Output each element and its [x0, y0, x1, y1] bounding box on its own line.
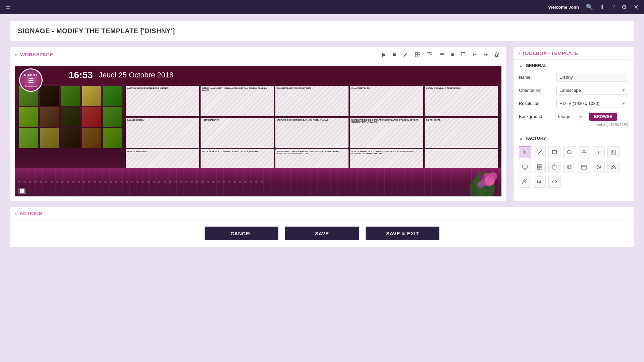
browse-button[interactable]: BROWSE [589, 113, 617, 121]
factory-collapse-arrow[interactable]: ▲ [519, 136, 523, 141]
svg-rect-35 [582, 165, 586, 169]
delete-button[interactable]: 🗑 [493, 51, 501, 59]
svg-point-43 [523, 180, 525, 182]
shape-tool[interactable] [578, 146, 590, 158]
factory-row-2 [519, 161, 628, 188]
main-content: ▪ WORKSPACE ▶ ■ ≡ ❐ ↩ ↪ 🗑 [10, 47, 634, 201]
preview-area[interactable]: DISHNY ☰ Restaurant 16:53 Jeudi 25 Octob… [15, 66, 501, 196]
calendar-tool[interactable] [578, 161, 590, 173]
menu-card: LASTYAU CHOK BANANE, ROSE, ANANAS [126, 86, 199, 116]
name-input[interactable] [556, 73, 628, 82]
orientation-label: Orientation: [519, 88, 552, 93]
workspace-collapse-icon[interactable]: ▪ [15, 52, 17, 57]
line-tool[interactable] [534, 146, 546, 158]
svg-rect-17 [552, 150, 556, 154]
preview-clock: 16:53 [69, 70, 93, 80]
preview-inner: DISHNY ☰ Restaurant 16:53 Jeudi 25 Octob… [15, 66, 501, 196]
toolbox-collapse-icon[interactable]: ▪ [518, 51, 520, 56]
svg-point-44 [526, 180, 527, 181]
actions-panel: ▪ ACTIONS CANCEL SAVE SAVE & EXIT [10, 207, 634, 247]
actions-buttons: CANCEL SAVE SAVE & EXIT [10, 220, 634, 247]
name-label: Name: [519, 75, 552, 80]
clipboard-tool[interactable] [548, 161, 560, 173]
actions-title: ACTIONS [19, 210, 42, 216]
general-collapse-arrow[interactable]: ▲ [519, 63, 523, 68]
food-item [103, 107, 122, 127]
food-item [82, 86, 101, 106]
background-type-select[interactable]: Image Color None [555, 112, 585, 121]
download-icon[interactable]: ⬇ [600, 3, 605, 11]
cancel-button[interactable]: CANCEL [205, 227, 278, 240]
logo-text2: Restaurant [25, 85, 37, 87]
save-button[interactable]: SAVE [285, 227, 359, 240]
ellipse-tool[interactable] [563, 146, 575, 158]
preview-header-bar: 16:53 Jeudi 25 Octobre 2018 [15, 66, 501, 84]
name-field-row: Name: [514, 71, 634, 84]
toolbox-title: TOOLBOX - TEMPLATE [522, 50, 578, 56]
rectangle-tool[interactable] [548, 146, 560, 158]
align-button[interactable] [437, 51, 446, 58]
resolution-select[interactable]: HDTV (644 x 362) HD (1280 x 720) [556, 99, 628, 108]
background-hint: fond.png (644x362) [595, 123, 628, 127]
help-icon[interactable]: ? [611, 4, 615, 11]
menu-card: BIERES PADIENNES & SRI LANKAISES** LARUS… [350, 118, 423, 148]
workspace-panel: ▪ WORKSPACE ▶ ■ ≡ ❐ ↩ ↪ 🗑 [10, 47, 506, 201]
food-item [40, 128, 59, 148]
web-tool[interactable] [563, 161, 575, 173]
screen-tool[interactable] [519, 161, 531, 173]
copy-button[interactable]: ❐ [459, 50, 467, 59]
text-tool[interactable]: T [593, 146, 605, 158]
people-tool[interactable] [519, 176, 531, 188]
logo-text1: DISHNY [24, 73, 38, 76]
workspace-title: WORKSPACE [20, 52, 53, 57]
save-exit-button[interactable]: SAVE & EXIT [366, 227, 439, 240]
redo-button[interactable]: ↪ [482, 50, 489, 59]
menu-card: RIZ FRI ROYAL [425, 118, 498, 148]
actions-collapse-icon[interactable]: ▪ [15, 211, 17, 216]
svg-line-41 [599, 167, 600, 168]
rss-tool[interactable] [607, 161, 620, 173]
edit-button[interactable] [401, 51, 410, 58]
code-tool[interactable] [548, 176, 560, 188]
svg-point-42 [611, 168, 613, 169]
menu-cards: LASTYAU CHOK BANANE, ROSE, ANANASBIÈRES … [126, 86, 498, 180]
general-section-header: ▲ GENERAL [514, 60, 634, 71]
undo-button[interactable]: ↩ [471, 50, 478, 59]
play-button[interactable]: ▶ [380, 50, 388, 59]
svg-rect-29 [540, 167, 542, 169]
hamburger-icon[interactable]: ☰ [5, 3, 11, 11]
page-title: SIGNAGE - MODIFY THE TEMPLATE ['DISHNY'] [18, 27, 626, 35]
close-icon[interactable]: ✕ [634, 3, 639, 11]
menu-card: KOTTU BAROTHA [201, 118, 274, 148]
bottom-small-text: ██████ [18, 188, 26, 194]
stop-button[interactable]: ■ [391, 51, 398, 59]
image-tool[interactable] [607, 146, 620, 158]
divider [514, 131, 634, 131]
search-icon[interactable]: 🔍 [586, 3, 593, 11]
top-navigation: ☰ Welcome John 🔍 ⬇ ? ⚙ ✕ [0, 0, 644, 14]
svg-line-16 [538, 150, 542, 154]
menu-card: DAL GENTIL/LEG AU POULET THAI [275, 86, 349, 116]
clock-tool[interactable] [593, 161, 605, 173]
group-button[interactable] [413, 51, 422, 58]
screen2-tool[interactable] [534, 176, 546, 188]
list-button[interactable]: ≡ [449, 51, 456, 59]
menu-card: SALADE MAISON [126, 118, 199, 148]
ungroup-button[interactable] [425, 51, 434, 58]
layers-tool[interactable] [534, 161, 546, 173]
food-item [82, 128, 101, 148]
svg-point-14 [479, 175, 484, 180]
svg-rect-3 [418, 55, 420, 57]
orientation-select[interactable]: Landscape Portrait [556, 86, 628, 95]
food-item [40, 86, 59, 106]
svg-rect-1 [418, 52, 420, 54]
svg-point-18 [567, 150, 571, 154]
svg-rect-5 [430, 52, 432, 54]
food-item [61, 86, 80, 106]
settings-icon[interactable]: ⚙ [622, 3, 627, 11]
svg-marker-19 [582, 150, 586, 153]
preview-bottom-band: ❀ ✿ ❀ ✿ ❀ ✿ ❀ ✿ ❀ ✿ ❀ ✿ ❀ ✿ ❀ ✿ ❀ ✿ ❀ ✿ … [15, 168, 501, 196]
cursor-tool[interactable] [519, 146, 531, 158]
menu-card: CHAUVESETTU TS [350, 86, 423, 116]
factory-section-header: ▲ FACTORY [514, 132, 634, 143]
